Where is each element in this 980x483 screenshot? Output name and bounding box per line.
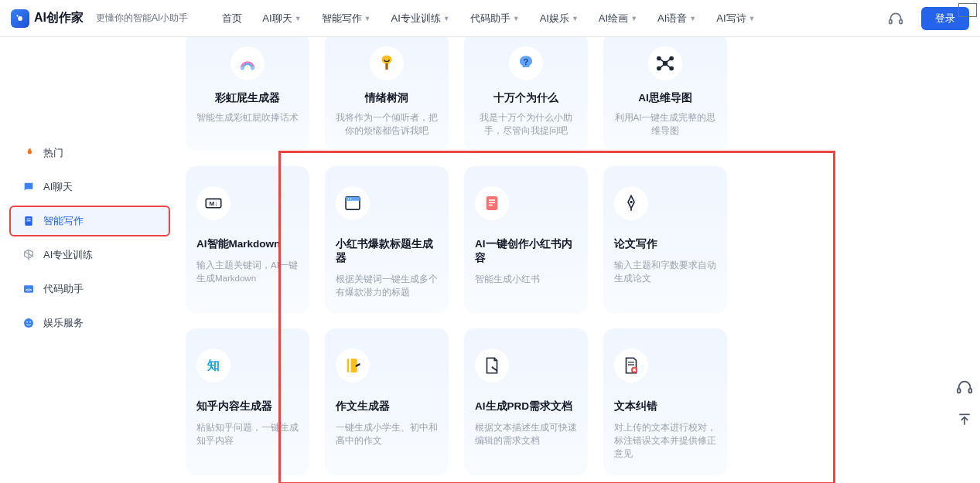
tool-card[interactable]: AI一键创作小红书内容智能生成小红书 bbox=[464, 166, 588, 313]
nav-item-2[interactable]: 智能写作▼ bbox=[322, 12, 371, 26]
sidebar-item-4[interactable]: </>代码助手 bbox=[9, 274, 170, 304]
zhi-icon: 知 bbox=[196, 349, 230, 383]
note-icon bbox=[475, 186, 509, 220]
back-to-top-icon[interactable] bbox=[955, 410, 974, 429]
float-support-icon[interactable] bbox=[955, 378, 974, 396]
card-title: 知乎内容生成器 bbox=[196, 400, 299, 413]
svg-rect-29 bbox=[489, 199, 495, 201]
sidebar-item-5[interactable]: 娱乐服务 bbox=[9, 308, 170, 338]
sidebar-item-label: AI专业训练 bbox=[43, 248, 93, 262]
nav-label: AI绘画 bbox=[599, 12, 628, 26]
chevron-down-icon: ▼ bbox=[364, 15, 371, 22]
nav-item-1[interactable]: AI聊天▼ bbox=[262, 12, 301, 26]
nav-item-3[interactable]: AI专业训练▼ bbox=[391, 12, 449, 26]
chevron-down-icon: ▼ bbox=[572, 15, 579, 22]
chat-icon bbox=[22, 180, 36, 194]
rainbow-icon bbox=[230, 46, 265, 80]
card-desc: 智能生成小红书 bbox=[475, 273, 577, 286]
sidebar-item-1[interactable]: AI聊天 bbox=[9, 172, 170, 202]
svg-point-9 bbox=[24, 318, 33, 328]
chevron-down-icon: ▼ bbox=[295, 15, 302, 22]
card-desc: 一键生成小学生、初中和高中的作文 bbox=[336, 421, 438, 448]
cube-icon bbox=[22, 248, 36, 262]
svg-text:M↓: M↓ bbox=[210, 200, 218, 207]
svg-point-12 bbox=[241, 66, 244, 70]
sidebar-item-label: 智能写作 bbox=[43, 214, 84, 228]
svg-point-1 bbox=[16, 15, 18, 16]
tool-card[interactable]: AI生成PRD需求文档根据文本描述生成可快速编辑的需求文档 bbox=[464, 328, 588, 475]
svg-rect-15 bbox=[385, 63, 388, 70]
logo-icon bbox=[11, 9, 29, 28]
chevron-down-icon: ▼ bbox=[630, 15, 637, 22]
card-desc: 输入主题关键词，AI一键生成Markdown bbox=[196, 259, 299, 286]
svg-rect-5 bbox=[26, 219, 30, 219]
sidebar-item-0[interactable]: 热门 bbox=[9, 138, 170, 168]
svg-point-13 bbox=[251, 66, 254, 70]
svg-rect-3 bbox=[900, 19, 902, 23]
chevron-down-icon: ▼ bbox=[749, 15, 756, 22]
pen-icon bbox=[614, 186, 648, 220]
essay-icon bbox=[336, 349, 370, 383]
chevron-down-icon: ▼ bbox=[443, 15, 450, 22]
tool-card[interactable]: 情绪树洞我将作为一个倾听者，把你的烦恼都告诉我吧 bbox=[325, 37, 449, 151]
svg-point-11 bbox=[29, 321, 31, 323]
tool-card[interactable]: M↓AI智能Markdown输入主题关键词，AI一键生成Markdown bbox=[186, 166, 309, 313]
window-icon bbox=[336, 186, 370, 220]
svg-point-32 bbox=[630, 200, 632, 202]
slogan: 更懂你的智能AI小助手 bbox=[96, 12, 188, 25]
card-desc: 根据文本描述生成可快速编辑的需求文档 bbox=[475, 421, 577, 448]
nav-label: AI娱乐 bbox=[540, 12, 569, 26]
sidebar-item-label: 娱乐服务 bbox=[43, 316, 84, 330]
card-title: 情绪树洞 bbox=[336, 91, 438, 105]
main-content: 彩虹屁生成器智能生成彩虹屁吹捧话术情绪树洞我将作为一个倾听者，把你的烦恼都告诉我… bbox=[170, 37, 980, 483]
nav-item-0[interactable]: 首页 bbox=[222, 12, 242, 26]
card-desc: 对上传的文本进行校对，标注错误文本并提供修正意见 bbox=[614, 421, 716, 461]
nav-item-4[interactable]: 代码助手▼ bbox=[470, 12, 520, 26]
chevron-down-icon: ▼ bbox=[513, 15, 520, 22]
svg-rect-38 bbox=[628, 362, 634, 362]
svg-rect-6 bbox=[26, 220, 30, 221]
card-title: AI生成PRD需求文档 bbox=[475, 400, 577, 413]
nav-item-8[interactable]: AI写诗▼ bbox=[716, 12, 755, 26]
nav-item-7[interactable]: AI语音▼ bbox=[657, 12, 696, 26]
card-title: 论文写作 bbox=[614, 237, 716, 251]
tool-card[interactable]: 论文写作输入主题和字数要求自动生成论文 bbox=[603, 166, 727, 313]
card-desc: 粘贴知乎问题，一键生成知乎内容 bbox=[196, 421, 299, 448]
brand-text: AI创作家 bbox=[34, 10, 84, 26]
question-icon: ? bbox=[509, 46, 543, 80]
card-desc: 利用AI一键生成完整的思维导图 bbox=[614, 111, 716, 138]
svg-point-27 bbox=[350, 198, 352, 199]
card-desc: 智能生成彩虹屁吹捧话术 bbox=[196, 111, 299, 124]
card-title: 作文生成器 bbox=[336, 400, 438, 413]
tool-card[interactable]: ?十万个为什么我是十万个为什么小助手，尽管向我提问吧 bbox=[464, 37, 588, 151]
markdown-icon: M↓ bbox=[196, 186, 230, 220]
logo[interactable]: AI创作家 bbox=[11, 9, 84, 28]
tool-card[interactable]: 彩虹屁生成器智能生成彩虹屁吹捧话术 bbox=[186, 37, 309, 151]
card-desc: 我将作为一个倾听者，把你的烦恼都告诉我吧 bbox=[336, 111, 438, 138]
main-nav: 首页AI聊天▼智能写作▼AI专业训练▼代码助手▼AI娱乐▼AI绘画▼AI语音▼A… bbox=[222, 12, 879, 26]
support-icon[interactable] bbox=[887, 10, 904, 27]
float-toolbar bbox=[955, 378, 974, 429]
prd-icon bbox=[475, 349, 509, 383]
tool-card[interactable]: 知知乎内容生成器粘贴知乎问题，一键生成知乎内容 bbox=[186, 328, 309, 475]
sidebar-item-2[interactable]: 智能写作 bbox=[9, 206, 170, 236]
nav-item-6[interactable]: AI绘画▼ bbox=[599, 12, 637, 26]
chevron-down-icon: ▼ bbox=[689, 15, 696, 22]
tool-card[interactable]: 小红书爆款标题生成器根据关键词一键生成多个有爆款潜力的标题 bbox=[325, 166, 449, 313]
nav-label: 智能写作 bbox=[322, 12, 362, 26]
svg-point-10 bbox=[26, 321, 28, 323]
sidebar-item-3[interactable]: AI专业训练 bbox=[9, 240, 170, 270]
tool-card[interactable]: AI思维导图利用AI一键生成完整的思维导图 bbox=[603, 37, 727, 151]
svg-point-14 bbox=[382, 55, 392, 63]
tool-card[interactable]: 作文生成器一键生成小学生、初中和高中的作文 bbox=[325, 328, 449, 475]
card-desc: 我是十万个为什么小助手，尽管向我提问吧 bbox=[475, 111, 577, 138]
smile-icon bbox=[22, 316, 36, 330]
svg-rect-35 bbox=[349, 359, 350, 372]
svg-rect-39 bbox=[628, 364, 634, 365]
nav-item-5[interactable]: AI娱乐▼ bbox=[540, 12, 579, 26]
nav-label: AI专业训练 bbox=[391, 12, 440, 26]
tool-card[interactable]: 文本纠错对上传的文本进行校对，标注错误文本并提供修正意见 bbox=[603, 328, 727, 475]
card-title: 十万个为什么 bbox=[475, 91, 577, 105]
svg-rect-31 bbox=[489, 204, 493, 206]
card-title: 文本纠错 bbox=[614, 400, 716, 413]
